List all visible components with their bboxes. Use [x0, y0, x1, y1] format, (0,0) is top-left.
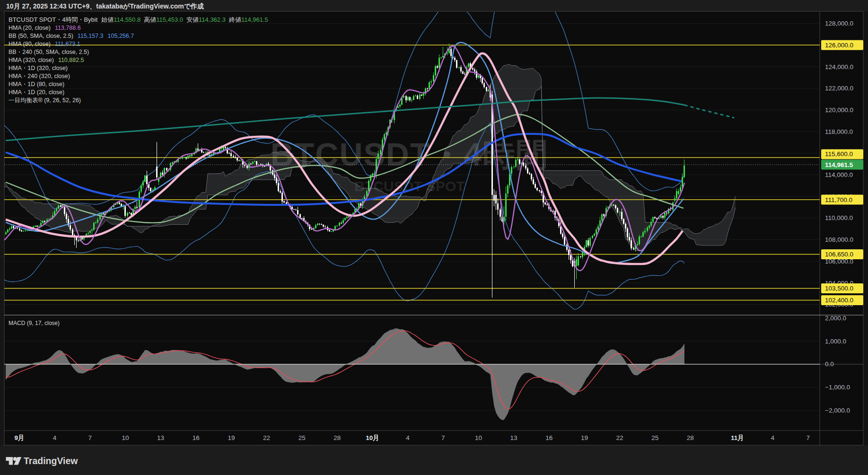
svg-text:118,000.0: 118,000.0	[825, 128, 853, 135]
svg-text:126,000.0: 126,000.0	[825, 42, 853, 49]
svg-text:28: 28	[333, 434, 341, 441]
svg-text:10月 27, 2025 12:43 UTC+9、takat: 10月 27, 2025 12:43 UTC+9、takatabaがTradin…	[6, 2, 204, 10]
svg-text:111,700.0: 111,700.0	[825, 196, 852, 203]
svg-text:19: 19	[228, 434, 235, 441]
svg-text:BB (50, SMA, close, 2.5)115,15: BB (50, SMA, close, 2.5)115,157.3105,256…	[9, 33, 134, 39]
svg-text:106,650.0: 106,650.0	[825, 251, 853, 258]
svg-text:一目均衡表® (9, 26, 52, 26): 一目均衡表® (9, 26, 52, 26)	[9, 97, 81, 104]
svg-text:122,000.0: 122,000.0	[825, 85, 853, 92]
svg-text:0.0: 0.0	[825, 361, 834, 368]
svg-text:HMA・1D (80, close): HMA・1D (80, close)	[9, 81, 64, 88]
svg-text:28: 28	[687, 434, 694, 441]
svg-text:120,000.0: 120,000.0	[825, 106, 853, 114]
svg-text:HMA (20, close)113,788.6: HMA (20, close)113,788.6	[9, 25, 81, 31]
svg-text:22: 22	[616, 434, 623, 441]
svg-text:MACD (9, 17, close): MACD (9, 17, close)	[9, 320, 60, 326]
svg-text:7: 7	[806, 434, 810, 441]
svg-text:4: 4	[406, 434, 410, 441]
svg-text:115,600.0: 115,600.0	[825, 150, 853, 158]
svg-text:HMA (80, close)111,673.1: HMA (80, close)111,673.1	[9, 41, 80, 47]
svg-text:102,400.0: 102,400.0	[825, 297, 853, 304]
svg-text:HMA・240 (320, close): HMA・240 (320, close)	[9, 73, 70, 79]
svg-text:10: 10	[122, 434, 129, 441]
svg-text:10月: 10月	[366, 434, 379, 441]
svg-text:7: 7	[441, 434, 445, 441]
svg-text:4: 4	[771, 434, 775, 441]
svg-text:108,000.0: 108,000.0	[825, 236, 853, 243]
svg-text:110,000.0: 110,000.0	[825, 214, 853, 221]
svg-text:HMA・1D (320, close): HMA・1D (320, close)	[9, 65, 68, 71]
svg-text:13: 13	[510, 434, 517, 441]
svg-text:124,000.0: 124,000.0	[825, 63, 853, 70]
svg-text:128,000.0: 128,000.0	[825, 20, 853, 27]
svg-text:9月: 9月	[14, 434, 24, 441]
svg-text:7: 7	[88, 434, 92, 441]
svg-text:BTCUSDT・4時間: BTCUSDT・4時間	[271, 136, 549, 172]
svg-text:13: 13	[157, 434, 164, 441]
svg-text:BTCUSDT SPOT・4時間・Bybit始値114,55: BTCUSDT SPOT・4時間・Bybit始値114,550.8高値115,4…	[9, 16, 268, 23]
svg-text:HMA (320, close)110,882.5: HMA (320, close)110,882.5	[9, 57, 84, 63]
svg-text:10: 10	[475, 434, 482, 441]
svg-text:22: 22	[263, 434, 270, 441]
svg-text:114,000.0: 114,000.0	[825, 171, 853, 178]
svg-text:16: 16	[545, 434, 552, 441]
svg-text:11月: 11月	[731, 434, 744, 441]
svg-text:2,000.0: 2,000.0	[825, 315, 846, 322]
svg-text:103,500.0: 103,500.0	[825, 285, 853, 292]
svg-text:1,000.0: 1,000.0	[825, 338, 846, 345]
svg-text:19: 19	[581, 434, 588, 441]
svg-text:−1,000.0: −1,000.0	[825, 384, 850, 391]
svg-text:114,961.5: 114,961.5	[825, 161, 853, 168]
svg-text:HMA・1D (20, close): HMA・1D (20, close)	[9, 89, 64, 96]
svg-text:−2,000.0: −2,000.0	[825, 407, 850, 414]
svg-text:4: 4	[53, 434, 57, 441]
svg-text:25: 25	[651, 434, 658, 441]
svg-text:16: 16	[193, 434, 200, 441]
svg-text:25: 25	[298, 434, 306, 441]
svg-text:TradingView: TradingView	[24, 456, 78, 466]
svg-text:BB・240 (50, SMA, close, 2.5): BB・240 (50, SMA, close, 2.5)	[9, 49, 89, 55]
